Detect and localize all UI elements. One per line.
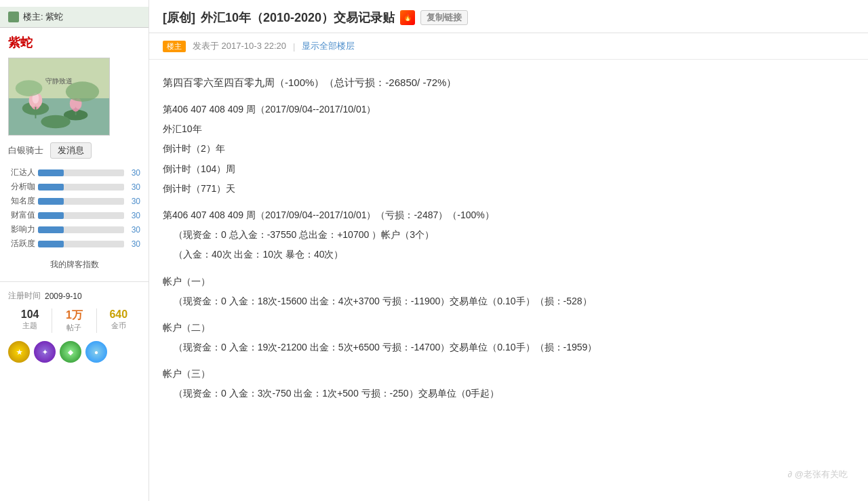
copy-link-button[interactable]: 复制链接 (420, 10, 468, 25)
count-coins-cell: 640 金币 (97, 308, 140, 333)
account1-section: 帐户（一） （现资金：0 入金：18次-15600 出金：4次+3700 亏损：… (163, 273, 854, 310)
stats-bar-wrap (38, 212, 124, 219)
stats-label: 财富值 (8, 209, 35, 221)
sidebar-top-bar-text: 楼主: 紫蛇 (23, 11, 63, 23)
stats-bar (38, 226, 64, 233)
avatar-area: 守静致道 (0, 55, 149, 138)
stats-bar-wrap (38, 226, 124, 233)
count-posts-num: 1万 (52, 308, 96, 323)
body-line2: 倒计时（2）年 (163, 140, 854, 157)
body-line1: 外汇10年 (163, 121, 854, 138)
stats-row: 活跃度30 (8, 238, 140, 249)
svg-point-16 (16, 80, 42, 96)
sidebar-top-bar: 楼主: 紫蛇 (0, 7, 149, 28)
title-main: 外汇10年（2010-2020）交易记录贴 (201, 9, 395, 26)
body-line6: （入金：40次 出金：10次 暴仓：40次） (163, 246, 854, 263)
post-body: 第四百零六至四百零九周（-100%）（总计亏损：-26850/ -72%） 第4… (149, 60, 868, 426)
section1-title: 第四百零六至四百零九周（-100%）（总计亏损：-26850/ -72%） (163, 73, 854, 92)
send-message-button[interactable]: 发消息 (50, 142, 92, 159)
count-posts-label: 帖子 (52, 323, 96, 333)
stats-label: 分析咖 (8, 181, 35, 193)
title-tag: [原创] (163, 9, 195, 26)
post-header: [原创] 外汇10年（2010-2020）交易记录贴 🔥 复制链接 (149, 0, 868, 33)
user-name-link[interactable]: 紫蛇 (0, 28, 149, 55)
stats-label: 影响力 (8, 224, 35, 235)
stats-bar-wrap (38, 198, 124, 205)
body-line3: 倒计时（104）周 (163, 161, 854, 178)
svg-point-15 (66, 81, 99, 102)
zhibiao-link[interactable]: 我的牌客指数 (0, 256, 149, 277)
hot-icon: 🔥 (400, 10, 415, 25)
stats-bar (38, 184, 64, 191)
badge-purple: ✦ (34, 341, 56, 363)
stats-bar-wrap (38, 169, 124, 176)
section-week-header: 第406 407 408 409 周（2017/09/04--2017/10/0… (163, 101, 854, 197)
stats-value: 30 (127, 239, 140, 249)
section3-header: 第406 407 408 409 周（2017/09/04--2017/10/0… (163, 207, 854, 224)
svg-point-4 (41, 115, 70, 129)
count-posts-cell: 1万 帖子 (52, 308, 96, 333)
stats-bar (38, 198, 64, 205)
stats-row: 影响力30 (8, 224, 140, 235)
section-summary: 第四百零六至四百零九周（-100%）（总计亏损：-26850/ -72%） (163, 73, 854, 92)
body-line5: （现资金：0 总入金：-37550 总出金：+10700 ）帐户（3个） (163, 226, 854, 243)
post-date: 发表于 2017-10-3 22:20 (193, 40, 286, 52)
stats-label: 活跃度 (8, 238, 35, 249)
stats-bar (38, 212, 64, 219)
reg-label: 注册时间 (8, 290, 41, 302)
account3-title: 帐户（三） (163, 365, 854, 382)
account2-detail: （现资金：0 入金：19次-21200 出金：5次+6500 亏损：-14700… (163, 339, 854, 356)
stats-value: 30 (127, 168, 140, 178)
stats-bar (38, 241, 64, 247)
count-coins-num: 640 (97, 308, 140, 321)
meta-separator: | (293, 41, 295, 52)
count-topic-num: 104 (8, 308, 52, 321)
avatar: 守静致道 (8, 58, 110, 136)
reg-date: 2009-9-10 (45, 292, 82, 301)
badges-row: ★ ✦ ◆ ● (0, 336, 149, 368)
avatar-image: 守静致道 (9, 58, 109, 136)
badge-gold: ★ (8, 341, 30, 363)
account3-section: 帐户（三） （现资金：0 入金：3次-750 出金：1次+500 亏损：-250… (163, 365, 854, 402)
stats-row: 财富值30 (8, 209, 140, 221)
count-row: 104 主题 1万 帖子 640 金币 (0, 306, 149, 336)
body-line4: 倒计时（771）天 (163, 180, 854, 197)
stats-table: 汇达人30分析咖30知名度30财富值30影响力30活跃度30 (0, 163, 149, 256)
stats-value: 30 (127, 211, 140, 220)
reg-info: 注册时间 2009-9-10 (0, 286, 149, 306)
account1-detail: （现资金：0 入金：18次-15600 出金：4次+3700 亏损：-11900… (163, 293, 854, 310)
stats-value: 30 (127, 225, 140, 235)
stats-row: 知名度30 (8, 195, 140, 207)
sidebar: 楼主: 紫蛇 紫蛇 (0, 0, 149, 501)
account1-title: 帐户（一） (163, 273, 854, 290)
stats-label: 汇达人 (8, 167, 35, 178)
count-topic-cell: 104 主题 (8, 308, 52, 333)
show-all-floors-link[interactable]: 显示全部楼层 (302, 40, 355, 52)
account2-section: 帐户（二） （现资金：0 入金：19次-21200 出金：5次+6500 亏损：… (163, 319, 854, 356)
section-week-detail: 第406 407 408 409 周（2017/09/04--2017/10/0… (163, 207, 854, 264)
svg-text:守静致道: 守静致道 (45, 77, 73, 85)
stats-value: 30 (127, 197, 140, 206)
user-rank-row: 白银骑士 发消息 (0, 138, 149, 163)
stats-bar-wrap (38, 184, 124, 191)
account2-title: 帐户（二） (163, 319, 854, 336)
stats-bar (38, 169, 64, 176)
count-topic-label: 主题 (8, 321, 52, 331)
main-content: [原创] 外汇10年（2010-2020）交易记录贴 🔥 复制链接 楼主 发表于… (149, 0, 868, 501)
stats-bar-wrap (38, 241, 124, 247)
stats-label: 知名度 (8, 195, 35, 207)
role-badge: 楼主 (163, 41, 186, 52)
count-coins-label: 金币 (97, 321, 140, 331)
badge-blue: ● (85, 341, 107, 363)
section2-header: 第406 407 408 409 周（2017/09/04--2017/10/0… (163, 101, 854, 118)
badge-green: ◆ (60, 341, 81, 363)
user-rank-label: 白银骑士 (8, 144, 43, 157)
stats-row: 汇达人30 (8, 167, 140, 178)
account3-detail: （现资金：0 入金：3次-750 出金：1次+500 亏损：-250）交易单位（… (163, 385, 854, 402)
home-icon (8, 12, 19, 22)
stats-value: 30 (127, 182, 140, 192)
post-meta: 楼主 发表于 2017-10-3 22:20 | 显示全部楼层 (149, 33, 868, 60)
post-title: [原创] 外汇10年（2010-2020）交易记录贴 🔥 复制链接 (163, 9, 854, 26)
stats-row: 分析咖30 (8, 181, 140, 193)
